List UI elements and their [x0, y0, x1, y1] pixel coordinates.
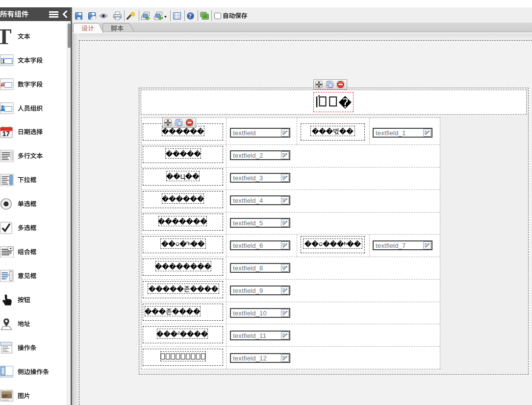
svg-text:17: 17: [2, 130, 10, 138]
svg-text:?: ?: [188, 13, 191, 20]
svg-text:polaroid: polaroid: [2, 399, 9, 401]
svg-text:#: #: [0, 81, 4, 89]
